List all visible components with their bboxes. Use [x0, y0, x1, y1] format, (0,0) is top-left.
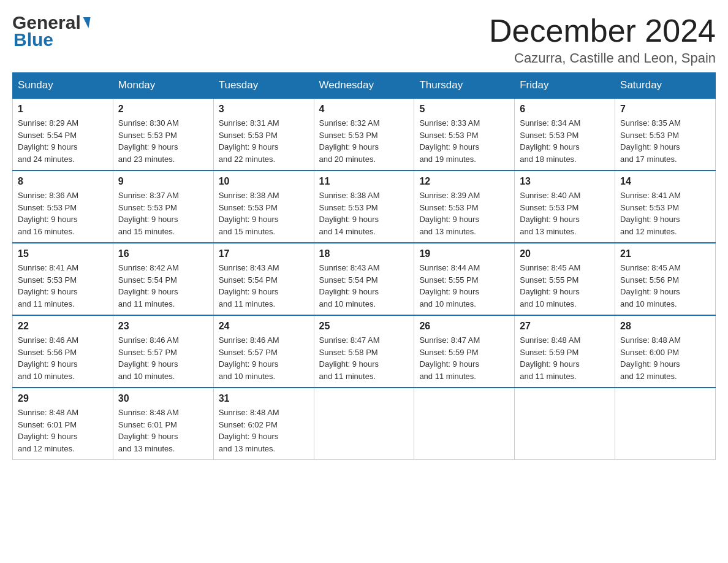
day-info: Sunrise: 8:48 AMSunset: 5:59 PMDaylight:… [520, 334, 610, 382]
day-number: 20 [520, 248, 610, 259]
day-number: 13 [520, 176, 610, 187]
day-number: 21 [620, 248, 710, 259]
day-cell: 30Sunrise: 8:48 AMSunset: 6:01 PMDayligh… [113, 388, 213, 460]
day-number: 26 [419, 321, 509, 332]
day-info: Sunrise: 8:39 AMSunset: 5:53 PMDaylight:… [419, 190, 509, 237]
day-cell: 14Sunrise: 8:41 AMSunset: 5:53 PMDayligh… [615, 170, 716, 243]
week-row-2: 8Sunrise: 8:36 AMSunset: 5:53 PMDaylight… [13, 170, 716, 243]
header-cell-monday: Monday [113, 73, 213, 99]
day-number: 28 [620, 321, 710, 332]
day-info: Sunrise: 8:47 AMSunset: 5:58 PMDaylight:… [319, 334, 409, 382]
day-cell: 8Sunrise: 8:36 AMSunset: 5:53 PMDaylight… [13, 170, 113, 243]
day-info: Sunrise: 8:30 AMSunset: 5:53 PMDaylight:… [118, 117, 208, 165]
day-info: Sunrise: 8:37 AMSunset: 5:53 PMDaylight:… [118, 190, 208, 237]
day-number: 11 [319, 176, 409, 187]
day-info: Sunrise: 8:48 AMSunset: 6:01 PMDaylight:… [118, 407, 208, 454]
day-info: Sunrise: 8:48 AMSunset: 6:01 PMDaylight:… [18, 407, 108, 454]
day-number: 30 [118, 393, 208, 404]
day-cell: 31Sunrise: 8:48 AMSunset: 6:02 PMDayligh… [213, 388, 314, 460]
day-cell: 7Sunrise: 8:35 AMSunset: 5:53 PMDaylight… [615, 98, 716, 170]
day-number: 25 [319, 321, 409, 332]
day-info: Sunrise: 8:43 AMSunset: 5:54 PMDaylight:… [219, 262, 309, 310]
week-row-3: 15Sunrise: 8:41 AMSunset: 5:53 PMDayligh… [13, 243, 716, 315]
day-number: 22 [18, 321, 108, 332]
day-cell: 20Sunrise: 8:45 AMSunset: 5:55 PMDayligh… [515, 243, 615, 315]
day-cell: 29Sunrise: 8:48 AMSunset: 6:01 PMDayligh… [13, 388, 113, 460]
day-info: Sunrise: 8:40 AMSunset: 5:53 PMDaylight:… [520, 190, 610, 237]
header-cell-sunday: Sunday [13, 73, 113, 99]
day-info: Sunrise: 8:41 AMSunset: 5:53 PMDaylight:… [18, 262, 108, 310]
day-number: 19 [419, 248, 509, 259]
day-cell: 4Sunrise: 8:32 AMSunset: 5:53 PMDaylight… [314, 98, 414, 170]
day-cell: 16Sunrise: 8:42 AMSunset: 5:54 PMDayligh… [113, 243, 213, 315]
day-number: 16 [118, 248, 208, 259]
day-number: 10 [219, 176, 309, 187]
day-number: 17 [219, 248, 309, 259]
day-info: Sunrise: 8:47 AMSunset: 5:59 PMDaylight:… [419, 334, 509, 382]
day-cell [414, 388, 515, 460]
day-cell [515, 388, 615, 460]
day-cell: 23Sunrise: 8:46 AMSunset: 5:57 PMDayligh… [113, 315, 213, 388]
day-cell: 26Sunrise: 8:47 AMSunset: 5:59 PMDayligh… [414, 315, 515, 388]
day-cell: 22Sunrise: 8:46 AMSunset: 5:56 PMDayligh… [13, 315, 113, 388]
day-number: 6 [520, 104, 610, 115]
day-cell: 24Sunrise: 8:46 AMSunset: 5:57 PMDayligh… [213, 315, 314, 388]
day-info: Sunrise: 8:48 AMSunset: 6:00 PMDaylight:… [620, 334, 710, 382]
day-info: Sunrise: 8:38 AMSunset: 5:53 PMDaylight:… [219, 190, 309, 237]
day-cell: 1Sunrise: 8:29 AMSunset: 5:54 PMDaylight… [13, 98, 113, 170]
day-cell: 3Sunrise: 8:31 AMSunset: 5:53 PMDaylight… [213, 98, 314, 170]
logo: General Blue [12, 12, 89, 50]
day-number: 18 [319, 248, 409, 259]
day-cell: 2Sunrise: 8:30 AMSunset: 5:53 PMDaylight… [113, 98, 213, 170]
day-info: Sunrise: 8:46 AMSunset: 5:56 PMDaylight:… [18, 334, 108, 382]
week-row-4: 22Sunrise: 8:46 AMSunset: 5:56 PMDayligh… [13, 315, 716, 388]
day-info: Sunrise: 8:34 AMSunset: 5:53 PMDaylight:… [520, 117, 610, 165]
calendar-header: SundayMondayTuesdayWednesdayThursdayFrid… [13, 73, 716, 99]
day-cell: 21Sunrise: 8:45 AMSunset: 5:56 PMDayligh… [615, 243, 716, 315]
day-cell: 18Sunrise: 8:43 AMSunset: 5:54 PMDayligh… [314, 243, 414, 315]
day-info: Sunrise: 8:48 AMSunset: 6:02 PMDaylight:… [219, 407, 309, 454]
calendar-table: SundayMondayTuesdayWednesdayThursdayFrid… [12, 72, 716, 460]
day-number: 29 [18, 393, 108, 404]
day-info: Sunrise: 8:36 AMSunset: 5:53 PMDaylight:… [18, 190, 108, 237]
header-cell-friday: Friday [515, 73, 615, 99]
day-cell [615, 388, 716, 460]
day-info: Sunrise: 8:46 AMSunset: 5:57 PMDaylight:… [219, 334, 309, 382]
logo-arrow-icon [81, 17, 90, 28]
week-row-1: 1Sunrise: 8:29 AMSunset: 5:54 PMDaylight… [13, 98, 716, 170]
day-number: 9 [118, 176, 208, 187]
header-cell-wednesday: Wednesday [314, 73, 414, 99]
day-info: Sunrise: 8:46 AMSunset: 5:57 PMDaylight:… [118, 334, 208, 382]
day-info: Sunrise: 8:45 AMSunset: 5:55 PMDaylight:… [520, 262, 610, 310]
day-info: Sunrise: 8:31 AMSunset: 5:53 PMDaylight:… [219, 117, 309, 165]
day-info: Sunrise: 8:43 AMSunset: 5:54 PMDaylight:… [319, 262, 409, 310]
header-row: SundayMondayTuesdayWednesdayThursdayFrid… [13, 73, 716, 99]
title-section: December 2024 Cazurra, Castille and Leon… [489, 12, 716, 66]
page-header: General Blue December 2024 Cazurra, Cast… [12, 12, 716, 66]
day-cell: 19Sunrise: 8:44 AMSunset: 5:55 PMDayligh… [414, 243, 515, 315]
day-info: Sunrise: 8:45 AMSunset: 5:56 PMDaylight:… [620, 262, 710, 310]
day-cell: 28Sunrise: 8:48 AMSunset: 6:00 PMDayligh… [615, 315, 716, 388]
day-info: Sunrise: 8:29 AMSunset: 5:54 PMDaylight:… [18, 117, 108, 165]
day-cell: 6Sunrise: 8:34 AMSunset: 5:53 PMDaylight… [515, 98, 615, 170]
day-number: 4 [319, 104, 409, 115]
location-subtitle: Cazurra, Castille and Leon, Spain [489, 50, 716, 66]
day-number: 24 [219, 321, 309, 332]
day-info: Sunrise: 8:41 AMSunset: 5:53 PMDaylight:… [620, 190, 710, 237]
day-cell: 15Sunrise: 8:41 AMSunset: 5:53 PMDayligh… [13, 243, 113, 315]
day-number: 5 [419, 104, 509, 115]
day-cell: 12Sunrise: 8:39 AMSunset: 5:53 PMDayligh… [414, 170, 515, 243]
day-info: Sunrise: 8:32 AMSunset: 5:53 PMDaylight:… [319, 117, 409, 165]
day-cell: 13Sunrise: 8:40 AMSunset: 5:53 PMDayligh… [515, 170, 615, 243]
day-cell [314, 388, 414, 460]
day-cell: 17Sunrise: 8:43 AMSunset: 5:54 PMDayligh… [213, 243, 314, 315]
header-cell-tuesday: Tuesday [213, 73, 314, 99]
day-number: 14 [620, 176, 710, 187]
header-cell-thursday: Thursday [414, 73, 515, 99]
day-number: 12 [419, 176, 509, 187]
day-number: 23 [118, 321, 208, 332]
day-info: Sunrise: 8:38 AMSunset: 5:53 PMDaylight:… [319, 190, 409, 237]
day-number: 31 [219, 393, 309, 404]
week-row-5: 29Sunrise: 8:48 AMSunset: 6:01 PMDayligh… [13, 388, 716, 460]
day-cell: 11Sunrise: 8:38 AMSunset: 5:53 PMDayligh… [314, 170, 414, 243]
